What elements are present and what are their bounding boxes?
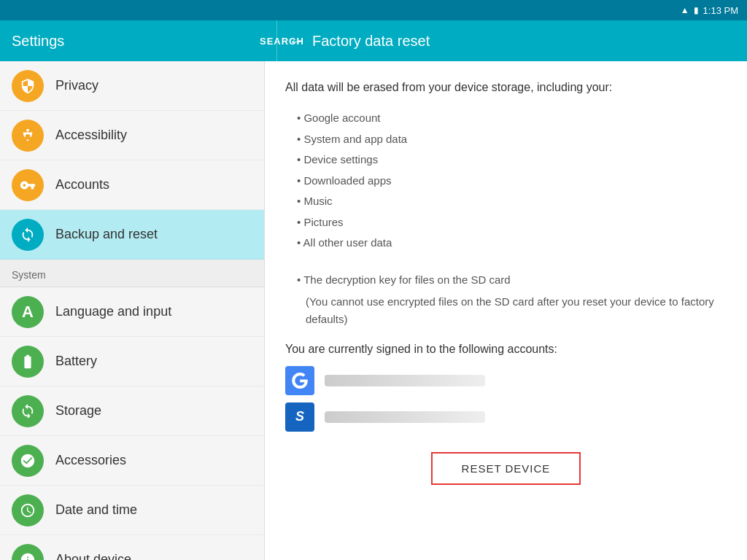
sidebar-item-accounts-label: Accounts xyxy=(55,177,109,192)
samsung-account-row: S xyxy=(285,402,727,432)
data-list: Google account System and app data Devic… xyxy=(285,108,727,254)
sidebar-item-battery[interactable]: Battery xyxy=(0,337,264,386)
google-account-icon xyxy=(285,366,314,395)
sidebar: Privacy Accessibility Accounts xyxy=(0,61,265,560)
content-intro-text: All data will be erased from your device… xyxy=(285,79,727,96)
wifi-icon: ▲ xyxy=(681,5,689,15)
list-item-userdata: All other user data xyxy=(297,233,727,254)
sidebar-item-accessibility[interactable]: Accessibility xyxy=(0,111,264,160)
list-item-apps: Downloaded apps xyxy=(297,171,727,192)
header-bar: Settings SEARCH ← Factory data reset xyxy=(0,20,747,61)
sidebar-item-language[interactable]: A Language and input xyxy=(0,287,264,337)
sidebar-item-accounts[interactable]: Accounts xyxy=(0,160,264,210)
list-item-system: System and app data xyxy=(297,129,727,150)
sidebar-item-battery-label: Battery xyxy=(55,354,97,369)
storage-icon xyxy=(12,395,44,427)
system-section-header: System xyxy=(0,260,264,287)
header-right: ← Factory data reset xyxy=(277,33,735,50)
google-account-row xyxy=(285,366,727,395)
sidebar-item-date-time[interactable]: Date and time xyxy=(0,486,264,535)
reset-button-container: RESET DEVICE xyxy=(285,452,727,485)
reset-device-button[interactable]: RESET DEVICE xyxy=(431,452,581,485)
battery-menu-icon xyxy=(12,346,44,378)
sidebar-item-accessories[interactable]: Accessories xyxy=(0,436,264,486)
sidebar-item-privacy[interactable]: Privacy xyxy=(0,61,264,111)
list-item-pictures: Pictures xyxy=(297,212,727,233)
date-time-icon xyxy=(12,494,44,526)
privacy-icon xyxy=(12,70,44,102)
backup-reset-icon xyxy=(12,219,44,251)
google-account-email xyxy=(325,375,485,386)
main-layout: Privacy Accessibility Accounts xyxy=(0,61,747,560)
sidebar-item-backup-reset-label: Backup and reset xyxy=(55,227,158,242)
status-time: 1:13 PM xyxy=(703,5,738,16)
sidebar-item-privacy-label: Privacy xyxy=(55,78,98,93)
battery-icon: ▮ xyxy=(694,5,699,15)
accounts-section-title: You are currently signed in to the follo… xyxy=(285,343,727,356)
status-icons: ▲ ▮ 1:13 PM xyxy=(681,5,738,16)
page-title: Factory data reset xyxy=(312,33,430,50)
sidebar-item-date-time-label: Date and time xyxy=(55,502,137,518)
sidebar-item-backup-reset[interactable]: Backup and reset xyxy=(0,210,264,260)
sd-card-note: The decryption key for files on the SD c… xyxy=(285,271,727,289)
samsung-account-icon: S xyxy=(285,402,314,432)
settings-title: Settings xyxy=(12,33,260,50)
list-item-music: Music xyxy=(297,191,727,212)
sidebar-item-about-device-label: About device xyxy=(55,552,131,560)
accessibility-icon xyxy=(12,120,44,152)
sidebar-item-storage-label: Storage xyxy=(55,403,101,419)
sidebar-item-accessibility-label: Accessibility xyxy=(55,128,127,143)
list-item-settings: Device settings xyxy=(297,149,727,171)
accessories-icon xyxy=(12,445,44,477)
status-bar: ▲ ▮ 1:13 PM xyxy=(0,0,747,20)
svg-point-0 xyxy=(26,128,29,131)
about-device-icon xyxy=(12,544,44,561)
sidebar-item-accessories-label: Accessories xyxy=(55,453,126,468)
sd-card-note-detail: (You cannot use encrypted files on the S… xyxy=(285,293,727,328)
sidebar-item-about-device[interactable]: About device xyxy=(0,535,264,560)
sidebar-item-storage[interactable]: Storage xyxy=(0,386,264,436)
sidebar-item-language-label: Language and input xyxy=(55,304,171,319)
list-item-google: Google account xyxy=(297,108,727,129)
samsung-account-email xyxy=(325,411,485,423)
back-button[interactable]: ← xyxy=(289,33,303,50)
accounts-icon xyxy=(12,169,44,201)
content-panel: All data will be erased from your device… xyxy=(265,61,747,560)
language-icon: A xyxy=(12,296,44,328)
